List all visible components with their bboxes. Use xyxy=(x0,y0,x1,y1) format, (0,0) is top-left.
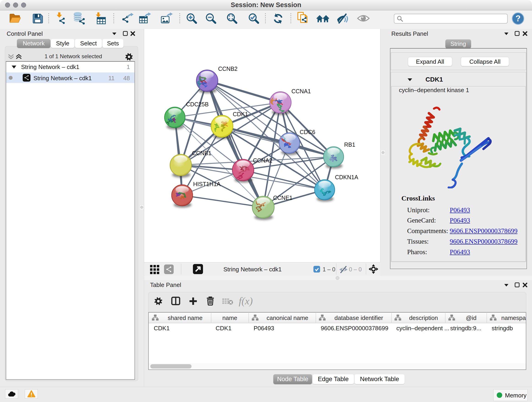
svg-text:CDC25B: CDC25B xyxy=(186,101,209,108)
svg-text:CDC6: CDC6 xyxy=(300,129,315,135)
svg-text:CCNA1: CCNA1 xyxy=(291,88,311,95)
svg-text:CDK1: CDK1 xyxy=(233,111,248,117)
svg-text:CCNB1: CCNB1 xyxy=(192,150,211,156)
svg-text:CCNB2: CCNB2 xyxy=(218,65,238,72)
svg-text:HIST1H1A: HIST1H1A xyxy=(193,181,221,187)
svg-text:CCNE1: CCNE1 xyxy=(273,195,293,201)
svg-text:CCNA2: CCNA2 xyxy=(253,157,272,164)
svg-text:CDKN1A: CDKN1A xyxy=(335,174,358,180)
svg-text:RB1: RB1 xyxy=(344,141,355,148)
